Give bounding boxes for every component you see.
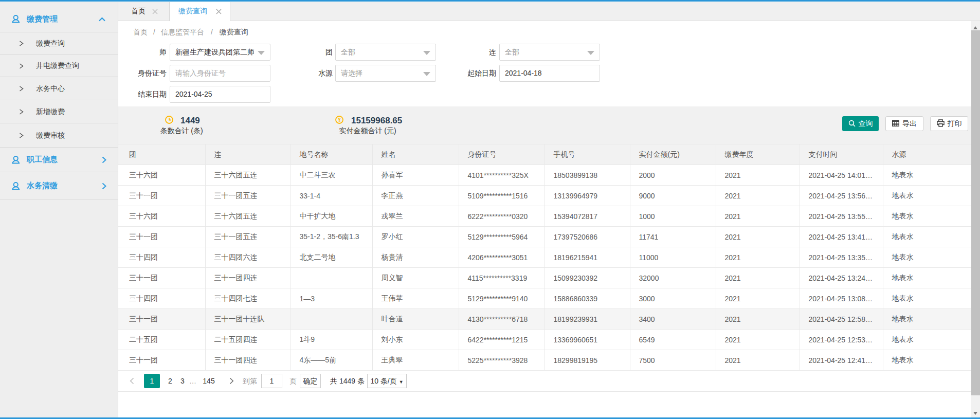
svg-text:¥: ¥ xyxy=(338,117,341,123)
